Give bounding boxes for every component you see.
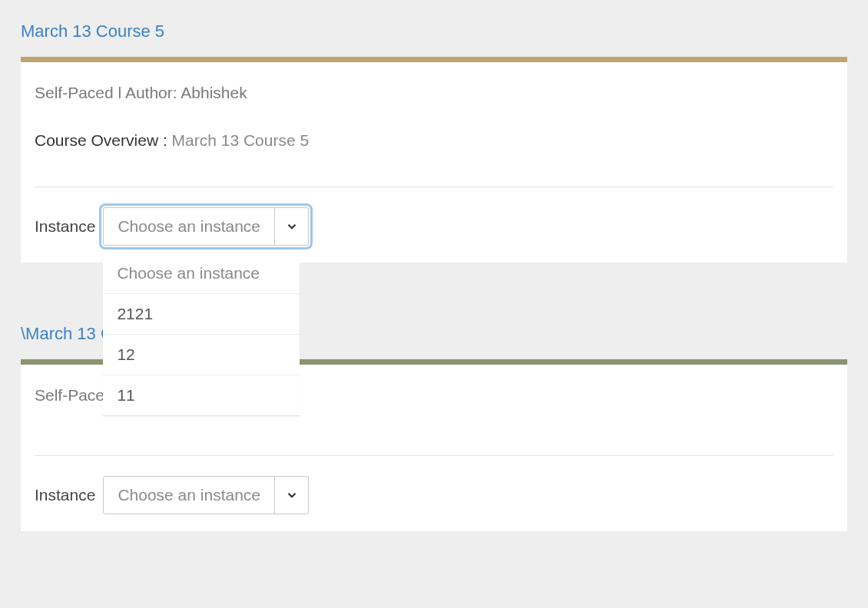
course-card: Self-Paced l Author: Abhishek Course Ove… <box>21 57 847 263</box>
instance-row: Instance Choose an instance <box>35 476 833 514</box>
select-value[interactable]: Choose an instance <box>103 476 275 514</box>
instance-select[interactable]: Choose an instance Choose an instance 21… <box>103 207 309 246</box>
instance-row: Instance Choose an instance Choose an in… <box>35 207 833 246</box>
card-content: Self-Paced l Author: Abhishek Course Ove… <box>21 62 847 263</box>
chevron-down-icon <box>285 488 299 502</box>
divider <box>35 187 833 187</box>
instance-label: Instance <box>35 217 95 236</box>
overview-value: March 13 Course 5 <box>172 131 310 149</box>
select-value[interactable]: Choose an instance <box>103 207 275 246</box>
course-overview-row: Course Overview : March 13 Course 5 <box>35 131 833 150</box>
instance-label: Instance <box>35 486 95 504</box>
dropdown-option-placeholder[interactable]: Choose an instance <box>103 253 300 294</box>
select-toggle[interactable] <box>275 476 309 514</box>
overview-label: Course Overview : <box>35 131 172 149</box>
course-meta: Self-Paced l Author: Abhishek <box>35 84 833 102</box>
instance-dropdown: Choose an instance 2121 12 11 <box>103 253 300 416</box>
course-title-link[interactable]: March 13 Course 5 <box>0 0 868 57</box>
dropdown-option[interactable]: 11 <box>103 375 300 415</box>
chevron-down-icon <box>285 220 299 233</box>
instance-select[interactable]: Choose an instance <box>103 476 309 514</box>
dropdown-option[interactable]: 12 <box>103 335 300 375</box>
select-toggle[interactable] <box>275 207 309 246</box>
divider <box>35 455 833 456</box>
dropdown-option[interactable]: 2121 <box>103 294 300 335</box>
